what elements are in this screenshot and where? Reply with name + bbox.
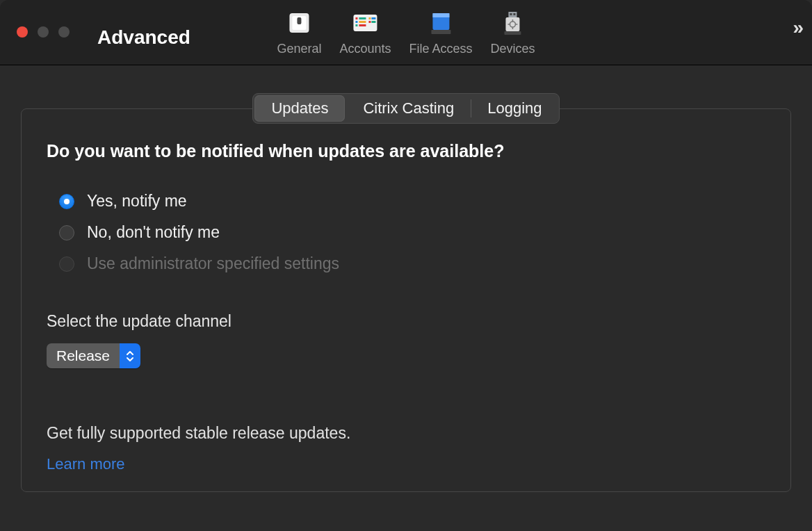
svg-rect-17 (509, 12, 517, 17)
svg-rect-9 (359, 24, 366, 26)
svg-rect-15 (432, 13, 449, 17)
popup-arrows-icon (120, 343, 140, 368)
content: Updates Citrix Casting Logging Do you wa… (0, 65, 812, 492)
toolbar-item-devices[interactable]: Devices (487, 8, 539, 56)
svg-rect-12 (368, 21, 371, 23)
radio-indicator (59, 194, 74, 209)
zoom-window-button[interactable] (58, 26, 70, 38)
channel-description: Get fully supported stable release updat… (47, 424, 765, 443)
toolbar-item-general[interactable]: General (273, 8, 325, 56)
traffic-lights (0, 26, 70, 38)
radio-indicator (59, 256, 74, 272)
tab-citrix-casting[interactable]: Citrix Casting (346, 94, 471, 123)
segmented-control: Updates Citrix Casting Logging (252, 93, 559, 124)
radio-indicator (59, 225, 74, 240)
svg-rect-5 (359, 17, 366, 19)
svg-rect-18 (510, 13, 512, 15)
radio-label: Use administrator specified settings (87, 254, 339, 273)
channel-popup[interactable]: Release (47, 343, 140, 368)
tab-logging[interactable]: Logging (471, 94, 558, 123)
svg-rect-2 (297, 17, 301, 24)
svg-rect-7 (359, 21, 366, 23)
svg-rect-6 (355, 21, 357, 23)
switch-icon (284, 8, 314, 38)
toolbar-item-label: File Access (409, 42, 473, 56)
toolbar: Advanced General (0, 0, 812, 65)
notify-radio-group: Yes, notify me No, don't notify me Use a… (47, 192, 765, 273)
svg-rect-13 (371, 21, 375, 23)
svg-rect-4 (355, 17, 357, 19)
accounts-icon (350, 8, 380, 38)
svg-rect-10 (368, 17, 371, 19)
notify-question: Do you want to be notified when updates … (47, 141, 765, 161)
toolbar-item-label: Devices (491, 42, 535, 56)
radio-no-notify[interactable]: No, don't notify me (59, 223, 765, 242)
learn-more-link[interactable]: Learn more (47, 455, 125, 473)
svg-rect-11 (371, 17, 375, 19)
radio-yes-notify[interactable]: Yes, notify me (59, 192, 765, 211)
svg-rect-16 (431, 30, 450, 34)
drive-icon (426, 8, 455, 38)
toolbar-overflow[interactable]: » (793, 17, 804, 39)
window-title: Advanced (97, 26, 190, 49)
close-window-button[interactable] (17, 26, 28, 38)
chevron-double-right-icon: » (793, 17, 804, 38)
tab-bar: Updates Citrix Casting Logging (0, 93, 812, 124)
svg-rect-19 (514, 13, 516, 15)
toolbar-left: Advanced (0, 0, 190, 65)
radio-label: No, don't notify me (87, 223, 220, 242)
usb-drive-icon (498, 8, 528, 38)
toolbar-item-label: General (277, 42, 321, 56)
toolbar-item-file-access[interactable]: File Access (405, 8, 477, 56)
svg-rect-22 (505, 31, 521, 35)
toolbar-item-accounts[interactable]: Accounts (335, 8, 395, 56)
updates-group: Do you want to be notified when updates … (21, 108, 791, 492)
toolbar-tabs: General Accounts (273, 8, 539, 56)
channel-selected-value: Release (47, 343, 120, 368)
radio-admin-settings: Use administrator specified settings (59, 254, 765, 273)
radio-label: Yes, notify me (87, 192, 187, 211)
svg-rect-8 (355, 24, 357, 26)
channel-label: Select the update channel (47, 312, 765, 331)
toolbar-item-label: Accounts (339, 42, 391, 56)
tab-updates[interactable]: Updates (254, 95, 345, 122)
minimize-window-button[interactable] (38, 26, 49, 38)
